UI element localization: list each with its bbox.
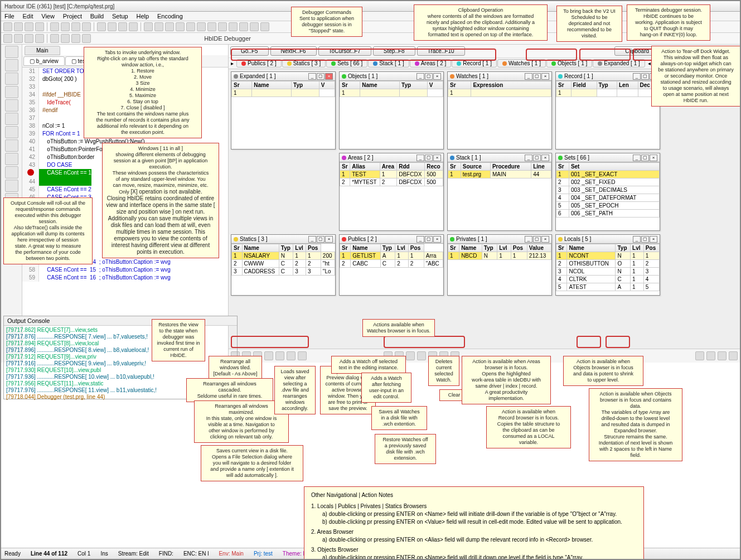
toolbar-icon[interactable]: [165, 22, 174, 31]
callout-savew: Saves all Watchesin a disk file with.wch…: [371, 406, 427, 430]
toolbar-icon[interactable]: [197, 22, 206, 31]
foot-right-icon[interactable]: [695, 351, 704, 360]
foot-right-icon[interactable]: [706, 351, 715, 360]
menu-edit[interactable]: Edit: [23, 13, 33, 20]
toolbar-icon[interactable]: [25, 22, 33, 31]
dbg-tab[interactable]: Watches [ 1 ]: [497, 59, 546, 67]
menu-view[interactable]: View: [41, 13, 55, 20]
callout-areaact: Action is available when Areasbrowser is…: [462, 356, 551, 404]
toolbar-icon[interactable]: [71, 22, 80, 31]
left-icon[interactable]: [5, 86, 18, 98]
status-env: Env: Main: [219, 551, 243, 557]
win-record[interactable]: Record [ 1 ]_▢× SrFieldTypLenDec1: [555, 71, 660, 149]
win-stack[interactable]: Stack [ 1 ]_▢× SrSourceProcedureLine1tes…: [447, 153, 552, 231]
toolbar-icon[interactable]: [50, 22, 59, 31]
menu-help[interactable]: Help: [137, 13, 149, 20]
win-privates[interactable]: Privates [ 1 ]_▢× SrNameTypLvlPosValue1N…: [447, 234, 552, 296]
toolbar-icon[interactable]: [154, 22, 163, 31]
toolbar-icon[interactable]: [25, 34, 33, 43]
win-areas[interactable]: Areas [ 2 ]_▢× SrAliasAreaRddReco1TEST1D…: [339, 153, 444, 231]
dbg-tab[interactable]: Objects [ 1 ]: [546, 59, 592, 67]
toolbar-icon[interactable]: [82, 34, 91, 43]
toolbar-icon[interactable]: [229, 22, 238, 31]
left-icon[interactable]: [5, 126, 18, 138]
left-icon[interactable]: [5, 166, 18, 178]
menu-build[interactable]: Build: [90, 13, 104, 20]
left-icon[interactable]: [5, 59, 18, 71]
callout-exit: Terminates debugger session.HbIDE contin…: [627, 4, 710, 41]
win-sets[interactable]: Sets [ 66 ]_▢× SrSet1001 _SET_EXACT2002 …: [555, 153, 660, 231]
dbg-tab[interactable]: Publics [ 2 ]: [236, 59, 282, 67]
notes-box: Other Navigational | Action Notes 1. Loc…: [304, 486, 644, 560]
dbg-tab[interactable]: Stack [ 1 ]: [368, 59, 409, 67]
toolbar-icon[interactable]: [250, 22, 259, 31]
toolbar-icon[interactable]: [3, 34, 12, 43]
left-icon[interactable]: [5, 153, 18, 165]
toolbar-icon[interactable]: [129, 22, 138, 31]
callout-delw: DeletescurrentselectedWatch.: [428, 356, 459, 386]
foot-maximized-icon[interactable]: [264, 351, 273, 360]
toolbar-icon[interactable]: [186, 22, 195, 31]
toolbar-icon[interactable]: [3, 22, 12, 31]
menu-encoding[interactable]: Encoding: [157, 13, 183, 20]
left-icon[interactable]: [5, 99, 18, 112]
win-expanded[interactable]: Expanded [ 1 ]_▢× SrNameTypV1: [231, 71, 336, 149]
toolbar-icon[interactable]: [61, 22, 70, 31]
toolbar-icon[interactable]: [239, 22, 248, 31]
btn-trace[interactable]: Trace..F10: [417, 46, 465, 56]
menu-project[interactable]: Project: [63, 13, 82, 20]
menu-setup[interactable]: Setup: [112, 13, 128, 20]
dbg-tab[interactable]: Sets [ 66 ]: [326, 59, 367, 67]
foot-watch-save-icon[interactable]: [406, 351, 415, 360]
win-watches[interactable]: Watches [ 1 ]_▢× SrExpression1: [447, 71, 552, 149]
dbg-tab[interactable]: Areas [ 2 ]: [410, 59, 452, 67]
toolbar-icon[interactable]: [144, 22, 153, 31]
left-icon[interactable]: [5, 113, 18, 125]
toolbar-icon[interactable]: [82, 22, 91, 31]
foot-watch-restore-icon[interactable]: [417, 351, 426, 360]
foot-right-icon[interactable]: [729, 351, 738, 360]
toolbar-icon[interactable]: [207, 22, 216, 31]
callout-tabs: Tabs to invoke underlying window.Right-c…: [84, 47, 202, 138]
foot-load-icon[interactable]: [287, 351, 296, 360]
grid-expanded[interactable]: SrNameTypV1: [231, 81, 335, 97]
dbg-tab[interactable]: Record [ 1 ]: [452, 59, 497, 67]
toolbar-icon[interactable]: [14, 22, 23, 31]
callout-loadview: Loads savedview afterselecting a.dvw fil…: [274, 366, 316, 414]
foot-print-icon[interactable]: [298, 351, 307, 360]
btn-go[interactable]: Go..F5: [230, 46, 269, 56]
foot-right-icon[interactable]: [718, 351, 727, 360]
left-icon[interactable]: [5, 180, 18, 192]
toolbar-icon[interactable]: [176, 22, 185, 31]
callout-objshrink: Action is available whenObjects browser …: [563, 356, 643, 386]
foot-save-icon[interactable]: [275, 351, 284, 360]
toolbar-icon[interactable]: [14, 34, 23, 43]
toolbar-icon[interactable]: [260, 22, 269, 31]
left-icon[interactable]: [5, 73, 18, 85]
win-locals[interactable]: Locals [ 5 ]_▢× SrNameTypLvlPos1NCONTN11…: [555, 234, 660, 296]
dbg-tab[interactable]: Statics [ 3 ]: [282, 59, 326, 67]
main-tab[interactable]: Main: [25, 46, 60, 55]
toolbar-icon[interactable]: [118, 22, 127, 31]
toolbar-icon[interactable]: [35, 34, 44, 43]
win-statics[interactable]: Statics [ 3 ]_▢× SrNameTypLvlPos1NSALARY…: [231, 234, 336, 296]
file-tab[interactable]: ▢ b_arview: [23, 56, 65, 66]
btn-nextr[interactable]: NextR..F6: [270, 46, 317, 56]
toolbar-icon[interactable]: [71, 34, 80, 43]
toolbar-icon[interactable]: [61, 34, 70, 43]
left-icon[interactable]: [5, 46, 18, 58]
win-objects[interactable]: Objects [ 1 ]_▢× SrNameTypV1: [339, 71, 444, 149]
toolbar-icon[interactable]: [97, 22, 106, 31]
win-publics[interactable]: Publics [ 2 ]_▢× SrNameTypLvlPos1GETLIST…: [339, 234, 444, 296]
menu-file[interactable]: File: [4, 13, 14, 20]
callout-windows: Windows [ 11 in all ]showing different e…: [102, 143, 219, 258]
toolbar-icon[interactable]: [35, 22, 44, 31]
toolbar-icon[interactable]: [108, 22, 117, 31]
btn-step[interactable]: Step..F8: [373, 46, 415, 56]
btn-tocursor[interactable]: ToCursor..F7: [318, 46, 371, 56]
toolbar-icon[interactable]: [218, 22, 227, 31]
dbg-tab[interactable]: Expanded [ 1 ]: [593, 59, 645, 67]
left-icon[interactable]: [5, 139, 18, 152]
debugger-label: HbIDE Debugger: [204, 35, 251, 42]
toolbar-icon[interactable]: [50, 34, 59, 43]
